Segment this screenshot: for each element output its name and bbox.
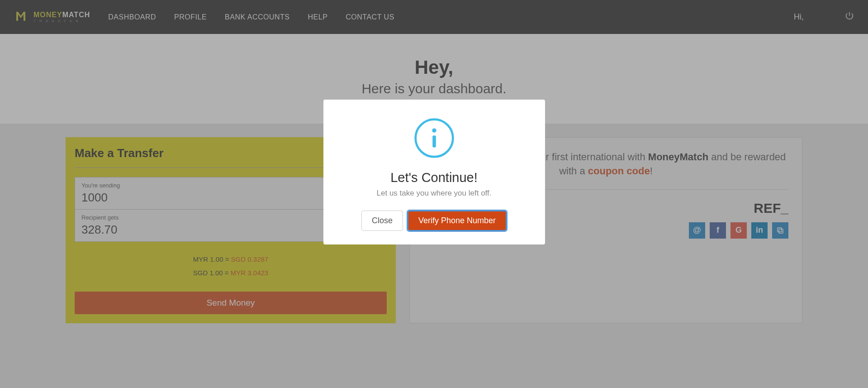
svg-rect-4 (432, 135, 436, 147)
modal: Let's Continue! Let us take you where yo… (323, 100, 545, 244)
verify-phone-button[interactable]: Verify Phone Number (408, 211, 507, 231)
modal-title: Let's Continue! (337, 170, 531, 185)
svg-point-3 (432, 128, 436, 132)
close-button[interactable]: Close (361, 211, 403, 231)
info-icon (337, 117, 531, 161)
modal-overlay[interactable]: Let's Continue! Let us take you where yo… (0, 0, 868, 388)
modal-buttons: Close Verify Phone Number (337, 211, 531, 231)
modal-subtitle: Let us take you where you left off. (337, 189, 531, 198)
